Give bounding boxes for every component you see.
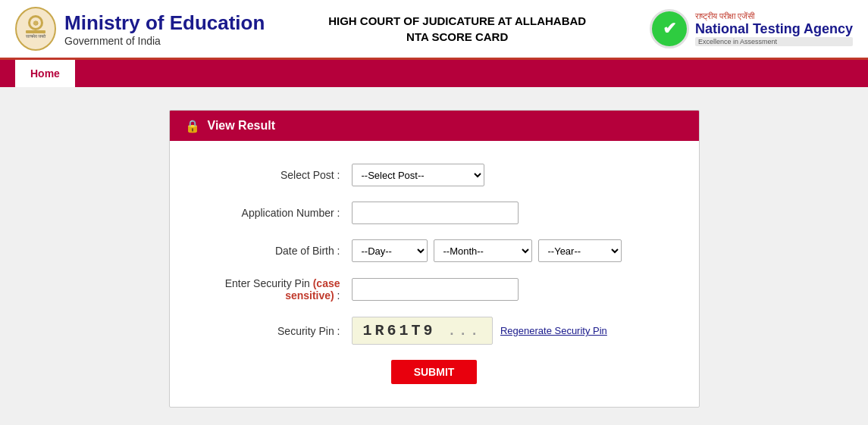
court-title-line1: HIGH COURT OF JUDICATURE AT ALLAHABAD xyxy=(328,13,586,29)
page-header: ☸ सत्यमेव जयते Ministry of Education Gov… xyxy=(0,0,868,60)
select-post-dropdown[interactable]: --Select Post-- xyxy=(352,164,484,186)
select-post-label: Select Post : xyxy=(200,169,352,181)
dob-year-select[interactable]: --Year-- xyxy=(538,239,622,262)
security-pin-input[interactable] xyxy=(352,278,519,301)
submit-row: SUBMIT xyxy=(200,360,669,384)
select-post-row: Select Post : --Select Post-- xyxy=(200,164,669,186)
nta-hindi: राष्ट्रीय परीक्षा एजेंसी xyxy=(695,11,853,21)
svg-text:सत्यमेव जयते: सत्यमेव जयते xyxy=(25,33,47,39)
captcha-image: 1R61T9 ... xyxy=(352,317,493,345)
court-title-line2: NTA SCORE CARD xyxy=(328,29,586,45)
ministry-title: Ministry of Education xyxy=(64,11,265,35)
security-pin-input-label: Enter Security Pin (case sensitive) : xyxy=(200,277,352,302)
application-number-input[interactable] xyxy=(352,202,519,224)
dob-row: Date of Birth : --Day-- --Month-- --Year… xyxy=(200,239,669,262)
dob-container: --Day-- --Month-- --Year-- xyxy=(352,239,622,262)
lock-icon: 🔒 xyxy=(185,118,200,133)
form-card-body: Select Post : --Select Post-- Applicatio… xyxy=(170,141,699,407)
nta-english: National Testing Agency xyxy=(695,21,853,37)
nta-text-block: राष्ट्रीय परीक्षा एजेंसी National Testin… xyxy=(695,11,853,46)
emblem-icon: ☸ सत्यमेव जयते xyxy=(15,6,57,52)
header-left: ☸ सत्यमेव जयते Ministry of Education Gov… xyxy=(15,6,265,52)
dob-day-select[interactable]: --Day-- xyxy=(352,239,428,262)
nta-tagline: Excellence in Assessment xyxy=(695,37,853,46)
application-number-label: Application Number : xyxy=(200,207,352,219)
nta-logo-icon xyxy=(650,9,689,48)
ministry-text: Ministry of Education Government of Indi… xyxy=(64,11,265,47)
header-center: HIGH COURT OF JUDICATURE AT ALLAHABAD NT… xyxy=(328,13,586,45)
dob-label: Date of Birth : xyxy=(200,245,352,257)
application-number-row: Application Number : xyxy=(200,202,669,224)
form-title: View Result xyxy=(208,119,276,133)
captcha-dots: ... xyxy=(448,323,481,339)
regenerate-link[interactable]: Regenerate Security Pin xyxy=(500,325,607,336)
nta-logo: राष्ट्रीय परीक्षा एजेंसी National Testin… xyxy=(650,9,853,48)
navbar: Home xyxy=(0,60,868,87)
security-pin-display: 1R61T9 ... Regenerate Security Pin xyxy=(352,317,607,345)
form-card: 🔒 View Result Select Post : --Select Pos… xyxy=(169,110,700,408)
captcha-label: Security Pin : xyxy=(200,325,352,337)
form-card-header: 🔒 View Result xyxy=(170,111,699,141)
ministry-subtitle: Government of India xyxy=(64,35,265,47)
svg-rect-5 xyxy=(26,30,45,33)
security-pin-input-row: Enter Security Pin (case sensitive) : xyxy=(200,277,669,302)
header-right: राष्ट्रीय परीक्षा एजेंसी National Testin… xyxy=(650,9,853,48)
nav-home[interactable]: Home xyxy=(15,60,75,87)
submit-button[interactable]: SUBMIT xyxy=(391,360,478,384)
svg-text:☸: ☸ xyxy=(33,20,39,27)
dob-month-select[interactable]: --Month-- xyxy=(434,239,532,262)
main-content: 🔒 View Result Select Post : --Select Pos… xyxy=(0,87,868,425)
captcha-row: Security Pin : 1R61T9 ... Regenerate Sec… xyxy=(200,317,669,345)
court-title: HIGH COURT OF JUDICATURE AT ALLAHABAD NT… xyxy=(328,13,586,45)
captcha-value: 1R61T9 xyxy=(363,322,436,339)
